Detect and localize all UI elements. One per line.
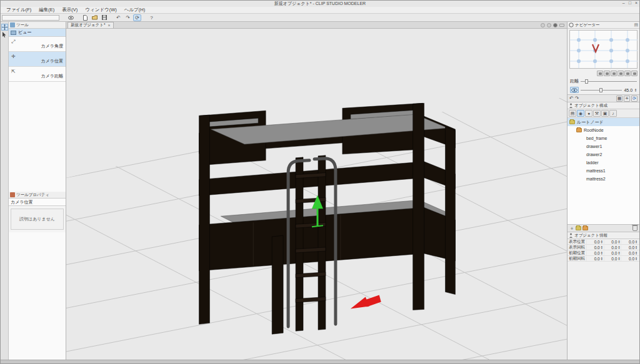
tree-node-mattress1[interactable]: mattress1 (568, 167, 639, 175)
tree-node-rootnode[interactable]: RootNode (568, 126, 639, 134)
panel-menu-icon[interactable]: ▤ (634, 22, 638, 27)
view-preset-right-icon[interactable] (618, 71, 624, 76)
3d-viewport[interactable] (66, 29, 567, 360)
value-field[interactable]: 0.0▲▼ (586, 240, 604, 244)
minimize-button[interactable]: – (622, 1, 625, 5)
add-node-icon[interactable]: ＋ (569, 225, 574, 232)
clip-studio-icon[interactable] (67, 14, 75, 21)
right-panel: ナビゲーター ▤ (567, 22, 639, 360)
document-tab-close-icon[interactable]: × (108, 23, 110, 27)
undo-icon[interactable]: ↶ (114, 14, 122, 21)
character-mode-icon[interactable]: ◉ (577, 110, 584, 117)
open-file-icon[interactable] (91, 14, 99, 21)
document-tab[interactable]: 新規オブジェクト* × (68, 22, 114, 28)
navigator-tab[interactable]: ナビゲーター ▤ (568, 22, 639, 29)
view-preset-front-icon[interactable] (597, 71, 603, 76)
value-field[interactable]: 0.0▲▼ (586, 257, 604, 261)
perspective-spinner[interactable]: ▲▼ (634, 88, 637, 92)
help-icon[interactable]: ? (148, 14, 156, 21)
tool-property-title: カメラ位置 (9, 199, 66, 206)
document-tab-bar: 新規オブジェクト* × (66, 22, 567, 29)
new-folder-icon[interactable] (576, 226, 581, 230)
camera-move-tool-icon[interactable] (1, 24, 8, 31)
camera-zoom-icon[interactable] (553, 23, 558, 27)
toolbar-combo-box[interactable] (2, 15, 59, 21)
camera-pan-icon[interactable] (547, 23, 551, 27)
canvas-area: 新規オブジェクト* × (66, 22, 567, 360)
distance-slider[interactable] (581, 79, 637, 84)
view-preset-top-icon[interactable] (624, 71, 631, 76)
tree-node-mattress2[interactable]: mattress2 (568, 175, 639, 183)
perspective-slider[interactable] (581, 87, 622, 92)
animation-icon[interactable]: ♪ (609, 110, 617, 117)
subtool-group-label: ビュー (18, 29, 31, 36)
value-field[interactable]: 0.0▲▼ (621, 257, 638, 261)
view-preset-back-icon[interactable] (604, 71, 610, 76)
undo-object-icon[interactable]: ↶ (569, 96, 574, 101)
close-button[interactable]: × (635, 1, 638, 5)
title-bar: 新規オブジェクト* - CLIP STUDIO MODELER – □ × (1, 1, 639, 7)
wrench-icon[interactable]: ⚒ (593, 110, 601, 117)
view-preset-bottom-icon[interactable] (631, 71, 638, 76)
node-list-icon[interactable]: ▤ (569, 110, 576, 117)
object-info-tab[interactable]: オブジェクト情報 (568, 232, 639, 239)
material-sphere-icon[interactable]: ● (585, 110, 592, 117)
light-icon[interactable]: ☀ (624, 96, 630, 102)
tree-node-bed-frame[interactable]: bed_frame (568, 134, 639, 142)
object-structure-tab[interactable]: オブジェクト構成 (568, 102, 639, 109)
menu-window[interactable]: ウィンドウ(W) (82, 7, 119, 13)
sync-icon[interactable]: ⟳ (631, 96, 638, 102)
status-bar (1, 360, 639, 363)
tool-panel-tab[interactable]: ツール (9, 22, 66, 29)
camera-orbit-icon[interactable] (541, 23, 545, 27)
folder-icon (569, 120, 575, 124)
perspective-toggle-button[interactable] (570, 87, 579, 93)
value-field[interactable]: 0.0▲▼ (586, 245, 604, 250)
menu-help[interactable]: ヘルプ(H) (121, 7, 148, 13)
object-structure-panel: オブジェクト構成 ▤ ◉ ● ⚒ ▣ ♪ ルートノード (568, 102, 639, 224)
subtool-camera-distance[interactable]: ⇱ カメラ距離 (9, 67, 66, 82)
value-field[interactable]: 0.0▲▼ (621, 245, 638, 250)
subtool-camera-angle[interactable]: ⤢ カメラ角度 (9, 37, 66, 52)
value-field[interactable]: 0.0▲▼ (621, 251, 638, 255)
menu-view[interactable]: 表示(V) (59, 7, 81, 13)
value-field[interactable]: 0.0▲▼ (604, 251, 621, 255)
tree-node-drawer1[interactable]: drawer1 (568, 142, 639, 150)
subtool-panel: ツール ビュー ⤢ カメラ角度 ✛ カメラ位置 ⇱ カメラ距離 (9, 22, 66, 360)
canvas-controls (541, 23, 564, 27)
navigator-preview[interactable] (569, 30, 638, 69)
subtool-camera-position[interactable]: ✛ カメラ位置 (9, 52, 66, 67)
move-forward-arrow[interactable] (351, 295, 381, 309)
redo-icon[interactable]: ↷ (124, 14, 132, 21)
select-tool-icon[interactable] (1, 31, 8, 38)
left-panel: ツール ビュー ⤢ カメラ角度 ✛ カメラ位置 ⇱ カメラ距離 (1, 22, 66, 360)
save-icon[interactable] (100, 14, 108, 21)
redo-object-icon[interactable]: ↷ (575, 96, 579, 101)
value-field[interactable]: 0.0▲▼ (604, 245, 621, 250)
value-field[interactable]: 0.0▲▼ (604, 257, 621, 261)
value-field[interactable]: 0.0▲▼ (586, 251, 604, 255)
rotate-view-icon[interactable]: ⟳ (133, 14, 141, 21)
menu-file[interactable]: ファイル(F) (3, 7, 34, 13)
folder-icon (576, 128, 582, 132)
collapse-panel-icon[interactable] (559, 24, 564, 27)
subtool-group-view[interactable]: ビュー (9, 29, 66, 37)
new-group-icon[interactable] (582, 226, 588, 230)
tool-property-tab[interactable]: ツールプロパティ (9, 192, 66, 199)
3d-scene (66, 29, 567, 360)
camera-node-icon[interactable]: ▣ (601, 110, 609, 117)
tree-node-drawer2[interactable]: drawer2 (568, 150, 639, 159)
menu-edit[interactable]: 編集(E) (36, 7, 58, 13)
main-toolbar: ↶ ↷ ⟳ ? (1, 14, 639, 22)
maximize-button[interactable]: □ (629, 1, 631, 5)
new-file-icon[interactable] (81, 14, 89, 21)
value-field[interactable]: 0.0▲▼ (621, 240, 638, 244)
tree-root-node[interactable]: ルートノード (568, 118, 639, 126)
layout-icon[interactable]: ▦ (616, 96, 622, 102)
perspective-value[interactable]: 45.0 (624, 88, 632, 92)
view-preset-left-icon[interactable] (611, 71, 617, 76)
tree-node-ladder[interactable]: ladder (568, 159, 639, 167)
navigator-panel: ナビゲーター ▤ (568, 22, 639, 94)
delete-node-icon[interactable] (632, 225, 638, 231)
value-field[interactable]: 0.0▲▼ (604, 240, 621, 244)
